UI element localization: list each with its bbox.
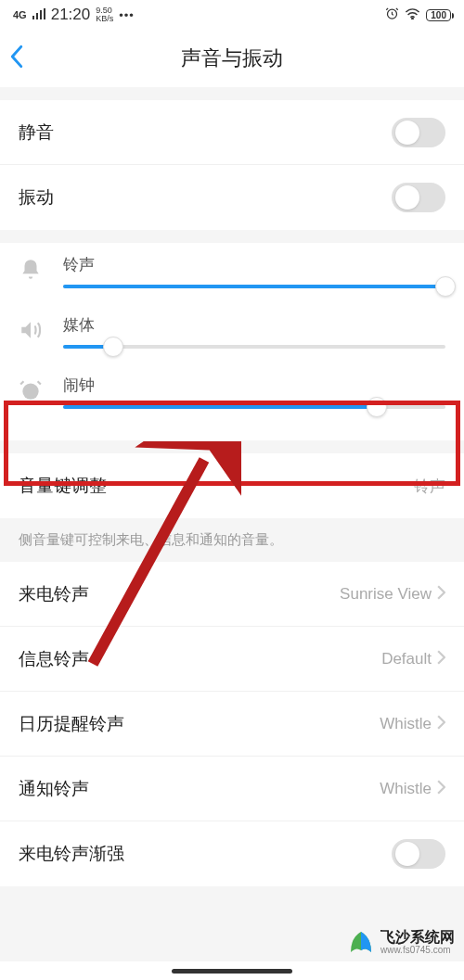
data-speed: 9.50 KB/s bbox=[96, 6, 113, 23]
watermark-title: 飞沙系统网 bbox=[380, 929, 455, 946]
vibrate-label: 振动 bbox=[19, 185, 54, 210]
volume-key-label: 音量键调整 bbox=[19, 474, 107, 498]
vibrate-toggle[interactable] bbox=[392, 183, 445, 212]
notification-ringtone-label: 通知铃声 bbox=[19, 777, 89, 801]
calendar-ringtone-label: 日历提醒铃声 bbox=[19, 712, 124, 736]
alarm-status-icon bbox=[385, 6, 399, 23]
crescendo-label: 来电铃声渐强 bbox=[19, 842, 124, 866]
chevron-right-icon bbox=[437, 585, 445, 604]
signal-icon bbox=[32, 8, 45, 22]
message-ringtone-value: Default bbox=[381, 650, 432, 668]
calendar-ringtone-row[interactable]: 日历提醒铃声 Whistle bbox=[0, 692, 464, 757]
silent-toggle[interactable] bbox=[392, 118, 445, 147]
toggle-section: 静音 振动 bbox=[0, 100, 464, 230]
wifi-icon bbox=[405, 7, 420, 22]
battery-indicator: 100 bbox=[426, 9, 451, 21]
svg-point-5 bbox=[412, 18, 413, 19]
notification-ringtone-value: Whistle bbox=[380, 780, 432, 798]
volume-key-value: 铃声 bbox=[414, 476, 445, 497]
chevron-right-icon bbox=[437, 715, 445, 733]
incoming-ringtone-value: Sunrise View bbox=[340, 585, 432, 604]
volume-key-description: 侧音量键可控制来电、信息和通知的音量。 bbox=[0, 518, 464, 562]
chevron-right-icon bbox=[437, 650, 445, 668]
incoming-ringtone-row[interactable]: 来电铃声 Sunrise View bbox=[0, 562, 464, 627]
message-ringtone-row[interactable]: 信息铃声 Default bbox=[0, 627, 464, 692]
ringtone-slider-row: 铃声 bbox=[0, 243, 464, 303]
volume-key-row[interactable]: 音量键调整 铃声 bbox=[0, 453, 464, 518]
message-ringtone-label: 信息铃声 bbox=[19, 647, 89, 671]
ringtone-section: 来电铃声 Sunrise View 信息铃声 Default 日历提醒铃声 Wh… bbox=[0, 562, 464, 886]
watermark: 飞沙系统网 www.fs0745.com bbox=[347, 928, 455, 956]
page-header: 声音与振动 bbox=[0, 30, 464, 87]
crescendo-row[interactable]: 来电铃声渐强 bbox=[0, 821, 464, 886]
network-type: 4G bbox=[13, 9, 27, 20]
silent-row[interactable]: 静音 bbox=[0, 100, 464, 165]
bell-icon bbox=[19, 254, 48, 286]
navigation-bar[interactable] bbox=[0, 961, 464, 980]
vibrate-row[interactable]: 振动 bbox=[0, 165, 464, 230]
notification-ringtone-row[interactable]: 通知铃声 Whistle bbox=[0, 757, 464, 821]
back-button[interactable] bbox=[9, 45, 24, 72]
ringtone-slider[interactable] bbox=[63, 285, 445, 288]
clock-icon bbox=[19, 375, 48, 406]
silent-label: 静音 bbox=[19, 121, 54, 145]
svg-rect-3 bbox=[44, 8, 45, 19]
media-slider-row: 媒体 bbox=[0, 303, 464, 363]
slider-section: 铃声 媒体 闹钟 bbox=[0, 243, 464, 440]
chevron-right-icon bbox=[437, 780, 445, 798]
svg-rect-2 bbox=[40, 10, 42, 19]
home-indicator[interactable] bbox=[172, 969, 292, 974]
svg-rect-0 bbox=[32, 16, 34, 19]
more-icon: ••• bbox=[119, 8, 135, 22]
status-bar: 4G 21:20 9.50 KB/s ••• 100 bbox=[0, 0, 464, 30]
media-slider[interactable] bbox=[63, 345, 445, 349]
media-slider-label: 媒体 bbox=[63, 314, 445, 336]
calendar-ringtone-value: Whistle bbox=[380, 715, 432, 733]
incoming-ringtone-label: 来电铃声 bbox=[19, 582, 89, 606]
alarm-slider[interactable] bbox=[63, 405, 445, 409]
page-title: 声音与振动 bbox=[181, 45, 283, 72]
svg-point-6 bbox=[22, 383, 38, 399]
clock-time: 21:20 bbox=[51, 6, 91, 24]
watermark-url: www.fs0745.com bbox=[380, 945, 455, 955]
alarm-slider-label: 闹钟 bbox=[63, 375, 445, 396]
watermark-logo-icon bbox=[347, 928, 375, 956]
speaker-icon bbox=[19, 314, 48, 346]
svg-rect-1 bbox=[36, 13, 38, 19]
volume-key-section: 音量键调整 铃声 bbox=[0, 453, 464, 518]
alarm-slider-row: 闹钟 bbox=[0, 363, 464, 440]
ringtone-slider-label: 铃声 bbox=[63, 254, 445, 275]
crescendo-toggle[interactable] bbox=[392, 839, 445, 869]
